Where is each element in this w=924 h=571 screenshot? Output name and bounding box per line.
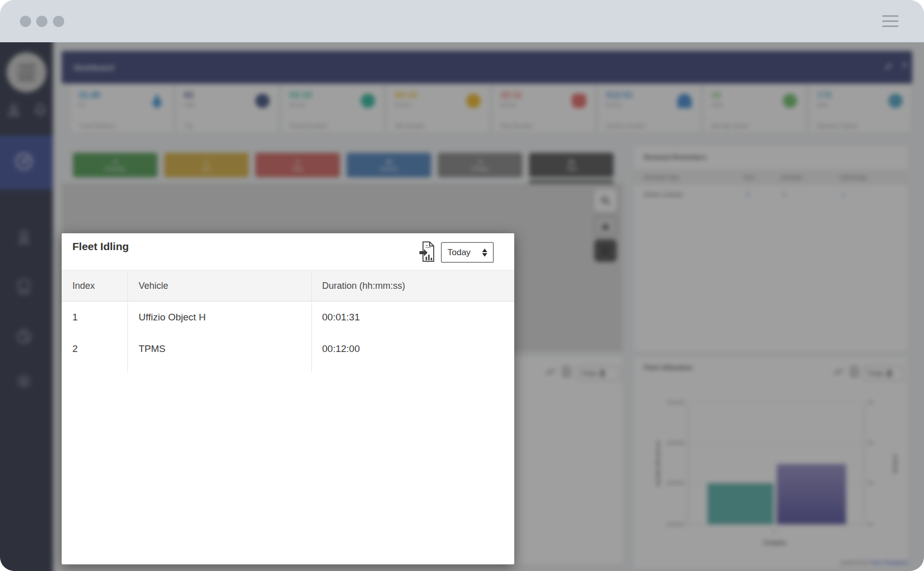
export-report-icon[interactable]: [419, 241, 435, 264]
period-value: Today: [447, 248, 470, 258]
column-header-index: Index: [72, 281, 95, 291]
table-header: Index Vehicle Duration (hh:mm:ss): [62, 270, 514, 302]
table-row: 1 Uffizio Object H 00:01:31: [62, 302, 514, 333]
table-row: 2 TPMS 00:12:00: [62, 333, 514, 365]
window-dot[interactable]: [20, 16, 31, 27]
cell-vehicle: Uffizio Object H: [139, 312, 206, 323]
app-window: YOUR LOGO HERE: [0, 0, 924, 571]
cell-index: 2: [72, 343, 78, 355]
fleet-idling-modal: Fleet Idling Today Index Vehicle Duratio…: [62, 233, 514, 564]
cell-vehicle: TPMS: [139, 343, 166, 355]
menu-icon[interactable]: [882, 15, 899, 31]
cell-duration: 00:12:00: [322, 343, 360, 355]
column-header-vehicle: Vehicle: [139, 281, 168, 291]
modal-title: Fleet Idling: [72, 240, 129, 253]
cell-index: 1: [72, 312, 78, 323]
spinner-icon[interactable]: [482, 249, 487, 257]
cell-duration: 00:01:31: [322, 312, 360, 323]
window-dot[interactable]: [36, 16, 47, 27]
period-select[interactable]: Today: [441, 242, 494, 263]
column-header-duration: Duration (hh:mm:ss): [322, 281, 405, 291]
window-titlebar: [0, 0, 924, 42]
window-dot[interactable]: [53, 16, 64, 27]
